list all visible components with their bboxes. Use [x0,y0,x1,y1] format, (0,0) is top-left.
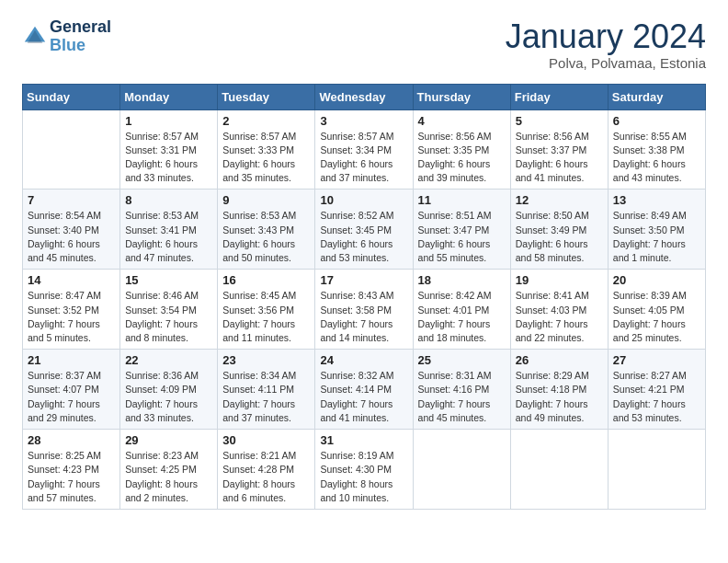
day-number: 5 [516,114,603,128]
day-number: 13 [613,193,700,207]
calendar-cell [413,430,510,510]
day-info: Sunrise: 8:31 AM Sunset: 4:16 PM Dayligh… [418,369,506,425]
day-info: Sunrise: 8:52 AM Sunset: 3:45 PM Dayligh… [320,209,407,265]
day-number: 23 [222,353,310,367]
calendar-cell: 11Sunrise: 8:51 AM Sunset: 3:47 PM Dayli… [413,190,510,270]
day-number: 9 [222,193,310,207]
calendar-cell: 17Sunrise: 8:43 AM Sunset: 3:58 PM Dayli… [315,270,413,350]
col-header-tuesday: Tuesday [218,84,315,109]
day-info: Sunrise: 8:55 AM Sunset: 3:38 PM Dayligh… [613,130,700,186]
logo: General Blue [22,18,111,55]
logo-text-line2: Blue [50,37,111,55]
calendar-cell: 9Sunrise: 8:53 AM Sunset: 3:43 PM Daylig… [218,190,315,270]
day-number: 26 [516,353,603,367]
calendar-cell: 5Sunrise: 8:56 AM Sunset: 3:37 PM Daylig… [510,109,608,190]
calendar-week-4: 21Sunrise: 8:37 AM Sunset: 4:07 PM Dayli… [23,350,706,430]
day-number: 11 [418,193,506,207]
day-number: 31 [320,433,407,447]
day-info: Sunrise: 8:27 AM Sunset: 4:21 PM Dayligh… [613,369,700,425]
day-info: Sunrise: 8:19 AM Sunset: 4:30 PM Dayligh… [320,449,407,505]
day-number: 24 [320,353,407,367]
calendar-cell: 14Sunrise: 8:47 AM Sunset: 3:52 PM Dayli… [23,270,120,350]
day-number: 25 [418,353,506,367]
calendar-week-3: 14Sunrise: 8:47 AM Sunset: 3:52 PM Dayli… [23,270,706,350]
day-number: 15 [125,273,212,287]
calendar-header: SundayMondayTuesdayWednesdayThursdayFrid… [23,84,706,109]
day-info: Sunrise: 8:57 AM Sunset: 3:34 PM Dayligh… [320,130,407,186]
calendar-cell: 3Sunrise: 8:57 AM Sunset: 3:34 PM Daylig… [315,109,413,190]
day-info: Sunrise: 8:54 AM Sunset: 3:40 PM Dayligh… [28,209,115,265]
calendar-cell: 20Sunrise: 8:39 AM Sunset: 4:05 PM Dayli… [608,270,705,350]
calendar-cell: 6Sunrise: 8:55 AM Sunset: 3:38 PM Daylig… [608,109,705,190]
day-number: 30 [222,433,310,447]
calendar-week-1: 1Sunrise: 8:57 AM Sunset: 3:31 PM Daylig… [23,109,706,190]
calendar-cell: 15Sunrise: 8:46 AM Sunset: 3:54 PM Dayli… [120,270,218,350]
day-number: 29 [125,433,212,447]
location-subtitle: Polva, Polvamaa, Estonia [506,55,706,71]
calendar-week-5: 28Sunrise: 8:25 AM Sunset: 4:23 PM Dayli… [23,430,706,510]
day-number: 28 [28,433,115,447]
day-info: Sunrise: 8:41 AM Sunset: 4:03 PM Dayligh… [516,289,603,345]
month-title: January 2024 [506,18,706,55]
calendar-week-2: 7Sunrise: 8:54 AM Sunset: 3:40 PM Daylig… [23,190,706,270]
logo-text-line1: General [50,18,111,37]
calendar-cell: 16Sunrise: 8:45 AM Sunset: 3:56 PM Dayli… [218,270,315,350]
day-info: Sunrise: 8:34 AM Sunset: 4:11 PM Dayligh… [222,369,310,425]
col-header-thursday: Thursday [413,84,510,109]
day-info: Sunrise: 8:57 AM Sunset: 3:31 PM Dayligh… [125,130,212,186]
day-number: 4 [418,114,506,128]
day-number: 1 [125,114,212,128]
day-number: 6 [613,114,700,128]
day-info: Sunrise: 8:39 AM Sunset: 4:05 PM Dayligh… [613,289,700,345]
calendar-cell: 27Sunrise: 8:27 AM Sunset: 4:21 PM Dayli… [608,350,705,430]
col-header-sunday: Sunday [23,84,120,109]
calendar-cell [608,430,705,510]
day-info: Sunrise: 8:53 AM Sunset: 3:41 PM Dayligh… [125,209,212,265]
calendar-cell: 24Sunrise: 8:32 AM Sunset: 4:14 PM Dayli… [315,350,413,430]
calendar-cell: 28Sunrise: 8:25 AM Sunset: 4:23 PM Dayli… [23,430,120,510]
calendar-cell: 25Sunrise: 8:31 AM Sunset: 4:16 PM Dayli… [413,350,510,430]
day-info: Sunrise: 8:37 AM Sunset: 4:07 PM Dayligh… [28,369,115,425]
day-number: 16 [222,273,310,287]
calendar-cell: 26Sunrise: 8:29 AM Sunset: 4:18 PM Dayli… [510,350,608,430]
calendar-cell: 2Sunrise: 8:57 AM Sunset: 3:33 PM Daylig… [218,109,315,190]
calendar-cell: 19Sunrise: 8:41 AM Sunset: 4:03 PM Dayli… [510,270,608,350]
day-number: 18 [418,273,506,287]
day-number: 14 [28,273,115,287]
day-info: Sunrise: 8:56 AM Sunset: 3:37 PM Dayligh… [516,130,603,186]
day-info: Sunrise: 8:56 AM Sunset: 3:35 PM Dayligh… [418,130,506,186]
calendar-cell: 1Sunrise: 8:57 AM Sunset: 3:31 PM Daylig… [120,109,218,190]
page-header: General Blue January 2024 Polva, Polvama… [22,18,706,71]
day-number: 20 [613,273,700,287]
day-number: 21 [28,353,115,367]
day-info: Sunrise: 8:32 AM Sunset: 4:14 PM Dayligh… [320,369,407,425]
day-info: Sunrise: 8:25 AM Sunset: 4:23 PM Dayligh… [28,449,115,505]
day-info: Sunrise: 8:29 AM Sunset: 4:18 PM Dayligh… [516,369,603,425]
day-number: 17 [320,273,407,287]
calendar-cell [510,430,608,510]
day-number: 12 [516,193,603,207]
day-number: 22 [125,353,212,367]
col-header-friday: Friday [510,84,608,109]
calendar-cell: 22Sunrise: 8:36 AM Sunset: 4:09 PM Dayli… [120,350,218,430]
day-number: 27 [613,353,700,367]
calendar-cell: 4Sunrise: 8:56 AM Sunset: 3:35 PM Daylig… [413,109,510,190]
day-info: Sunrise: 8:50 AM Sunset: 3:49 PM Dayligh… [516,209,603,265]
logo-icon [22,24,48,50]
calendar-cell: 7Sunrise: 8:54 AM Sunset: 3:40 PM Daylig… [23,190,120,270]
calendar-cell: 31Sunrise: 8:19 AM Sunset: 4:30 PM Dayli… [315,430,413,510]
day-info: Sunrise: 8:49 AM Sunset: 3:50 PM Dayligh… [613,209,700,265]
calendar-cell: 8Sunrise: 8:53 AM Sunset: 3:41 PM Daylig… [120,190,218,270]
col-header-monday: Monday [120,84,218,109]
day-number: 8 [125,193,212,207]
calendar-cell: 21Sunrise: 8:37 AM Sunset: 4:07 PM Dayli… [23,350,120,430]
calendar-cell: 13Sunrise: 8:49 AM Sunset: 3:50 PM Dayli… [608,190,705,270]
day-number: 19 [516,273,603,287]
day-info: Sunrise: 8:23 AM Sunset: 4:25 PM Dayligh… [125,449,212,505]
col-header-saturday: Saturday [608,84,705,109]
calendar-cell: 10Sunrise: 8:52 AM Sunset: 3:45 PM Dayli… [315,190,413,270]
title-block: January 2024 Polva, Polvamaa, Estonia [506,18,706,71]
day-number: 2 [222,114,310,128]
calendar-cell: 12Sunrise: 8:50 AM Sunset: 3:49 PM Dayli… [510,190,608,270]
day-info: Sunrise: 8:53 AM Sunset: 3:43 PM Dayligh… [222,209,310,265]
